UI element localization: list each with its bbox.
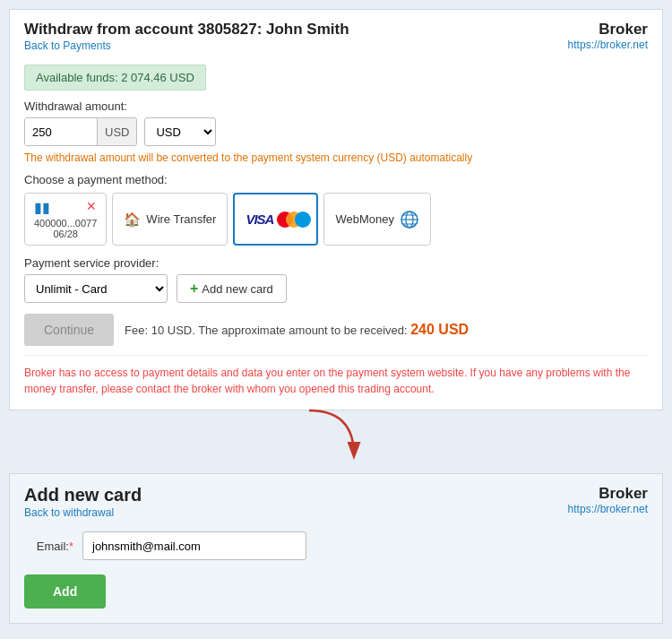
- amount-input-wrap: USD: [24, 117, 137, 146]
- amount-input[interactable]: [25, 118, 97, 145]
- wire-transfer-option[interactable]: 🏠 Wire Transfer: [112, 193, 228, 246]
- wm-label: WebMoney: [335, 212, 394, 226]
- provider-select[interactable]: Unlimit - Card: [24, 274, 168, 303]
- card-icon: ▮▮: [34, 199, 50, 216]
- header-right: Broker https://broker.net: [568, 21, 648, 51]
- add-card-label: Add new card: [202, 282, 273, 296]
- wire-icon: 🏠: [124, 212, 141, 228]
- saved-card-option[interactable]: ▮▮ ✕ 400000...0077 06/28: [24, 193, 107, 246]
- amount-row: USD USD EUR GBP: [24, 117, 648, 146]
- plus-icon: +: [190, 281, 198, 297]
- add-button[interactable]: Add: [24, 574, 106, 609]
- back-to-withdrawal-link[interactable]: Back to withdrawal: [24, 506, 114, 519]
- top-section: Withdraw from account 3805827: John Smit…: [9, 9, 663, 410]
- email-label: Email:*: [24, 540, 73, 553]
- wm-inner: WebMoney: [335, 210, 419, 229]
- wm-globe-icon: [400, 210, 419, 229]
- bottom-section: Add new card Back to withdrawal Broker h…: [9, 473, 663, 624]
- withdrawal-amount-label: Withdrawal amount:: [24, 99, 648, 113]
- fee-info: Fee: 10 USD. The approximate amount to b…: [125, 322, 469, 338]
- back-to-payments-link[interactable]: Back to Payments: [24, 39, 111, 52]
- wire-label: Wire Transfer: [146, 212, 216, 226]
- visa-text: VISA: [246, 212, 273, 227]
- email-row: Email:*: [24, 531, 648, 560]
- payment-methods-row: ▮▮ ✕ 400000...0077 06/28 🏠 Wire Transfer…: [24, 193, 648, 246]
- card-expiry: 06/28: [53, 229, 78, 239]
- fee-text: Fee: 10 USD. The approximate amount to b…: [125, 324, 408, 337]
- mastercard-circles: [277, 211, 306, 229]
- page-title: Withdraw from account 3805827: John Smit…: [24, 21, 349, 39]
- bottom-header: Add new card Back to withdrawal Broker h…: [24, 485, 648, 519]
- visa-inner: VISA: [246, 211, 306, 229]
- currency-select[interactable]: USD EUR GBP: [144, 117, 216, 146]
- mc-blue-circle: [295, 212, 311, 228]
- email-label-text: Email:: [37, 540, 69, 553]
- header-left: Withdraw from account 3805827: John Smit…: [24, 21, 349, 52]
- continue-button[interactable]: Continue: [24, 314, 114, 346]
- available-funds-badge: Available funds: 2 074.46 USD: [24, 65, 206, 91]
- bottom-broker-url[interactable]: https://broker.net: [568, 503, 648, 515]
- continue-row: Continue Fee: 10 USD. The approximate am…: [24, 314, 648, 346]
- amount-currency-label: USD: [97, 118, 136, 145]
- broker-name: Broker: [568, 21, 648, 39]
- bottom-header-left: Add new card Back to withdrawal: [24, 485, 142, 519]
- provider-row: Unlimit - Card + Add new card: [24, 274, 648, 303]
- bottom-broker-name: Broker: [568, 485, 648, 503]
- visa-option[interactable]: VISA: [233, 193, 318, 246]
- conversion-note: The withdrawal amount will be converted …: [24, 151, 648, 164]
- payment-method-label: Choose a payment method:: [24, 173, 648, 186]
- bottom-header-right: Broker https://broker.net: [568, 485, 648, 515]
- add-new-card-button[interactable]: + Add new card: [177, 274, 287, 303]
- provider-label: Payment service provider:: [24, 256, 648, 270]
- email-input[interactable]: [82, 531, 306, 560]
- broker-url[interactable]: https://broker.net: [568, 39, 648, 51]
- card-close-icon[interactable]: ✕: [86, 199, 97, 216]
- webmoney-option[interactable]: WebMoney: [323, 193, 431, 246]
- arrow-container: [0, 419, 672, 473]
- broker-note: Broker has no access to payment details …: [24, 355, 648, 397]
- wire-transfer-inner: 🏠 Wire Transfer: [124, 212, 216, 228]
- required-indicator: *: [69, 540, 73, 553]
- card-number: 400000...0077: [34, 218, 97, 229]
- top-header: Withdraw from account 3805827: John Smit…: [24, 21, 648, 52]
- arrow-icon: [282, 402, 390, 473]
- add-new-card-title: Add new card: [24, 485, 142, 505]
- fee-amount: 240 USD: [410, 322, 469, 337]
